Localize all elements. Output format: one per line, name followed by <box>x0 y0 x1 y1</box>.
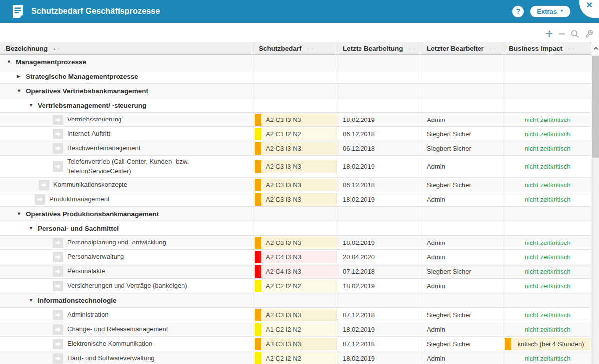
wrench-icon[interactable] <box>585 30 593 38</box>
sort-icons[interactable]: ▲▼ <box>567 47 575 50</box>
extras-button[interactable]: Extras ▼ <box>530 6 570 17</box>
schutzbedarf-value: A2 C3 I3 N3 <box>266 145 301 152</box>
table-row[interactable]: PersonalverwaltungA2 C4 I3 N320.04.2020A… <box>0 250 591 264</box>
open-process-arrow-icon[interactable] <box>53 324 63 335</box>
collapse-toggle-icon[interactable]: ▼ <box>7 59 13 64</box>
table-row[interactable]: Versicherungen und Verträge (bankeigen)A… <box>0 279 591 293</box>
open-process-arrow-icon[interactable] <box>53 252 63 262</box>
schutzbedarf-value: A2 C3 I3 N3 <box>266 196 301 203</box>
severity-bar <box>255 323 261 336</box>
table-row[interactable]: BeschwerdemanagementA2 C3 I3 N306.12.201… <box>0 141 591 156</box>
column-header-schutzbedarf[interactable]: Schutzbedarf ▲▼ <box>254 42 338 54</box>
schutzbedarf-cell: A2 C2 I2 N2 <box>254 351 338 364</box>
column-header-bezeichnung[interactable]: Bezeichnung ▲▼ <box>0 42 254 54</box>
schutzbedarf-value: A2 C4 I3 N3 <box>266 268 301 275</box>
vertical-scrollbar[interactable] <box>591 42 599 364</box>
scroll-up-button[interactable] <box>591 42 599 55</box>
schutzbedarf-cell <box>254 69 338 83</box>
expand-toggle-icon[interactable]: ▶ <box>17 74 23 79</box>
letzter-bearbeiter-cell: Siegbert Sicher <box>422 308 504 322</box>
letzte-bearbeitung-cell <box>338 293 422 307</box>
table-row[interactable]: Change- und ReleasemanagementA1 C2 I2 N2… <box>0 322 591 337</box>
collapse-toggle-icon[interactable]: ▼ <box>29 226 35 231</box>
letzte-bearbeitung-cell: 06.12.2018 <box>338 127 422 141</box>
add-icon[interactable]: + <box>546 28 553 40</box>
sort-icons[interactable]: ▲▼ <box>53 47 61 50</box>
sort-asc-icon: ▲ <box>408 47 412 50</box>
table-row[interactable]: Personalplanung und -entwicklungA2 C3 I3… <box>0 236 591 250</box>
schutzbedarf-cell <box>254 293 338 307</box>
table-row[interactable]: ▼Managementprozesse <box>0 55 591 69</box>
process-label: Internet-Auftritt <box>67 129 110 139</box>
table-row[interactable]: VertriebssteuerungA2 C3 I3 N318.02.2019A… <box>0 113 591 127</box>
scrollbar-thumb[interactable] <box>592 56 599 158</box>
open-process-arrow-icon[interactable] <box>53 353 63 364</box>
schutzbedarf-cell: A2 C2 I2 N2 <box>254 279 338 293</box>
bezeichnung-cell: Personalakte <box>0 264 254 278</box>
severity-bar <box>505 338 511 350</box>
table-row[interactable]: ▼Operatives Produktionsbankmanagement <box>0 207 591 221</box>
table-row[interactable]: ▼Personal- und Sachmittel <box>0 221 591 236</box>
sort-icons[interactable]: ▲▼ <box>307 47 315 50</box>
table-row[interactable]: ▼Operatives Vertriebsbankmanagement <box>0 84 591 98</box>
open-process-arrow-icon[interactable] <box>53 143 63 154</box>
sort-desc-icon: ▼ <box>412 47 416 50</box>
open-process-arrow-icon[interactable] <box>39 180 49 190</box>
open-process-arrow-icon[interactable] <box>53 339 63 349</box>
collapse-toggle-icon[interactable]: ▼ <box>17 88 23 93</box>
business-impact-cell: nicht zeitkritisch <box>504 127 591 141</box>
severity-bar <box>255 280 261 292</box>
business-impact-cell <box>504 221 591 235</box>
table-row[interactable]: ▼Informationstechnologie <box>0 293 591 308</box>
group-label: Vertriebsmanagement/ -steuerung <box>38 102 146 109</box>
schutzbedarf-cell <box>254 98 338 112</box>
schutzbedarf-chip: A2 C3 I3 N3 <box>255 179 337 191</box>
column-header-letzter-bearbeiter[interactable]: Letzter Bearbeiter ▲▼ <box>422 42 504 54</box>
table-row[interactable]: Hard- und SoftwareverwaltungA2 C2 I2 N21… <box>0 351 591 364</box>
open-process-arrow-icon[interactable] <box>53 281 63 291</box>
search-icon[interactable] <box>571 30 579 38</box>
open-process-arrow-icon[interactable] <box>53 161 63 172</box>
group-label: Personal- und Sachmittel <box>38 225 119 232</box>
close-button[interactable]: × <box>579 0 599 18</box>
process-label: Hard- und Softwareverwaltung <box>67 354 155 363</box>
schutzbedarf-chip: A2 C2 I2 N2 <box>255 352 337 364</box>
column-header-letzte-bearbeitung[interactable]: Letzte Bearbeitung ▲▼ <box>338 42 422 54</box>
open-process-arrow-icon[interactable] <box>53 310 63 320</box>
letzte-bearbeitung-cell: 20.04.2020 <box>338 250 422 264</box>
letzter-bearbeiter-cell: Admin <box>422 113 504 126</box>
business-impact-cell: nicht zeitkritisch <box>504 264 591 278</box>
open-process-arrow-icon[interactable] <box>53 129 63 139</box>
letzte-bearbeitung-cell: 18.02.2019 <box>338 156 422 177</box>
sort-icons[interactable]: ▲▼ <box>408 47 416 50</box>
table-row[interactable]: Telefonvertrieb (Call-Center, Kunden- bz… <box>0 156 591 178</box>
table-row[interactable]: ProduktmanagementA2 C3 I3 N318.02.2019Ad… <box>0 192 591 207</box>
sort-icons[interactable]: ▲▼ <box>489 47 497 50</box>
table-row[interactable]: ▶Strategische Managementprozesse <box>0 69 591 84</box>
collapse-toggle-icon[interactable]: ▼ <box>29 298 35 303</box>
bezeichnung-cell: Versicherungen und Verträge (bankeigen) <box>0 279 254 293</box>
open-process-arrow-icon[interactable] <box>53 266 63 277</box>
business-impact-cell: nicht zeitkritisch <box>504 141 591 155</box>
open-process-arrow-icon[interactable] <box>53 115 63 125</box>
letzte-bearbeitung-cell: 06.12.2018 <box>338 141 422 155</box>
letzte-bearbeitung-cell: 18.02.2019 <box>338 322 422 336</box>
table-row[interactable]: Elektronische KommunikationA3 C3 I3 N307… <box>0 337 591 351</box>
open-process-arrow-icon[interactable] <box>35 194 45 205</box>
open-process-arrow-icon[interactable] <box>53 238 63 248</box>
impact-status: nicht zeitkritisch <box>525 253 571 261</box>
collapse-toggle-icon[interactable]: ▼ <box>17 211 23 216</box>
table-row[interactable]: KommunikationskonzepteA2 C3 I3 N306.12.2… <box>0 178 591 192</box>
table-row[interactable]: Internet-AuftrittA2 C1 I2 N206.12.2018Si… <box>0 127 591 141</box>
help-button[interactable]: ? <box>512 6 524 17</box>
sort-asc-icon: ▲ <box>53 47 57 50</box>
table-row[interactable]: AdministrationA2 C3 I3 N307.12.2018Siegb… <box>0 308 591 322</box>
remove-icon[interactable]: − <box>558 28 565 40</box>
column-header-business-impact[interactable]: Business Impact ▲▼ <box>504 42 591 54</box>
severity-bar <box>255 128 261 140</box>
letzter-bearbeiter-cell: Admin <box>422 192 504 206</box>
collapse-toggle-icon[interactable]: ▼ <box>29 103 35 108</box>
table-row[interactable]: ▼Vertriebsmanagement/ -steuerung <box>0 98 591 113</box>
letzter-bearbeiter-cell <box>422 221 504 235</box>
table-row[interactable]: PersonalakteA2 C4 I3 N307.12.2018Siegber… <box>0 264 591 279</box>
